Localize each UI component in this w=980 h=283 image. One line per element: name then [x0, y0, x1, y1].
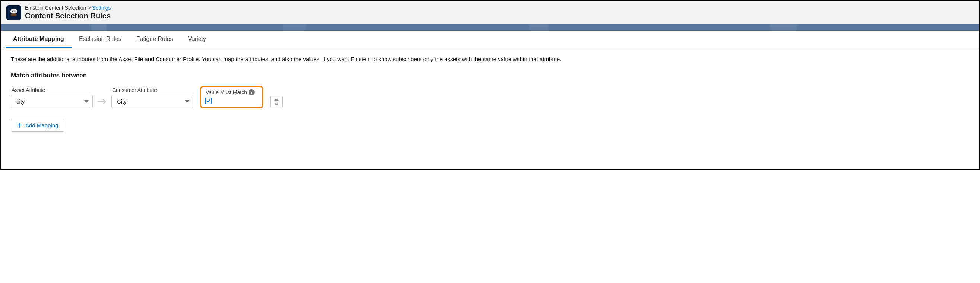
- breadcrumb-root: Einstein Content Selection: [25, 5, 86, 11]
- svg-point-1: [11, 9, 17, 14]
- section-heading: Match attributes between: [11, 72, 969, 79]
- page-title: Content Selection Rules: [25, 11, 111, 20]
- content-area: These are the additional attributes from…: [1, 48, 979, 138]
- delete-mapping-button[interactable]: [270, 96, 283, 108]
- svg-point-3: [12, 11, 13, 12]
- asset-attribute-label: Asset Attribute: [11, 87, 93, 93]
- tabs-bar: Attribute Mapping Exclusion Rules Fatigu…: [1, 30, 979, 48]
- arrow-right-icon: [93, 95, 111, 108]
- mapping-row: Asset Attribute city Consumer Attribute …: [11, 86, 969, 108]
- consumer-attribute-select[interactable]: City: [111, 95, 193, 108]
- asset-attribute-select[interactable]: city: [11, 95, 93, 108]
- description-text: These are the additional attributes from…: [11, 55, 969, 64]
- svg-point-4: [14, 11, 16, 12]
- tab-exclusion-rules[interactable]: Exclusion Rules: [72, 30, 129, 48]
- value-must-match-checkbox[interactable]: [205, 97, 212, 104]
- svg-rect-2: [11, 13, 17, 16]
- page-header: Einstein Content Selection > Settings Co…: [1, 1, 979, 24]
- add-mapping-label: Add Mapping: [25, 122, 58, 129]
- consumer-attribute-value: City: [117, 98, 127, 105]
- highlight-value-must-match: Value Must Match i: [200, 86, 263, 108]
- breadcrumb: Einstein Content Selection > Settings: [25, 5, 111, 11]
- decorative-banner: [1, 24, 979, 30]
- add-mapping-button[interactable]: Add Mapping: [11, 119, 64, 132]
- svg-rect-5: [11, 9, 16, 11]
- consumer-attribute-label: Consumer Attribute: [111, 87, 193, 93]
- einstein-app-icon: [6, 5, 21, 20]
- tab-variety[interactable]: Variety: [180, 30, 213, 48]
- breadcrumb-link-settings[interactable]: Settings: [92, 5, 111, 11]
- plus-icon: [17, 122, 22, 128]
- trash-icon: [274, 99, 280, 105]
- tab-fatigue-rules[interactable]: Fatigue Rules: [129, 30, 181, 48]
- info-icon[interactable]: i: [248, 89, 255, 95]
- chevron-down-icon: [185, 100, 189, 103]
- chevron-down-icon: [84, 100, 89, 103]
- asset-attribute-value: city: [16, 98, 25, 105]
- value-must-match-label: Value Must Match: [205, 89, 247, 95]
- tab-attribute-mapping[interactable]: Attribute Mapping: [6, 30, 72, 48]
